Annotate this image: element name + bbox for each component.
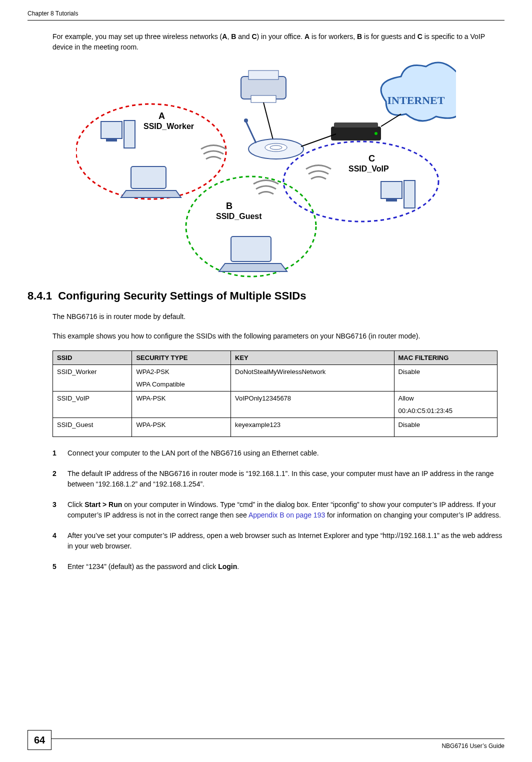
page-footer: 64 NBG6716 User’s Guide: [0, 738, 532, 750]
zone-a-ssid: SSID_Worker: [144, 122, 194, 130]
svg-rect-15: [106, 138, 117, 142]
svg-rect-22: [231, 236, 271, 262]
svg-line-11: [246, 122, 256, 143]
network-diagram: INTERNET A SSID_Worker: [76, 62, 456, 278]
list-item: 5 Enter “1234” (default) as the password…: [52, 562, 504, 572]
th-ssid: SSID: [53, 351, 132, 365]
zone-a-letter: A: [158, 111, 165, 121]
zone-b-ssid: SSID_Guest: [216, 212, 262, 220]
svg-rect-14: [101, 122, 122, 138]
table-row: SSID_Worker WPA2-PSKWPA Compatible DoNot…: [53, 365, 498, 392]
laptop-a-icon: [121, 166, 181, 198]
zone-c-letter: C: [368, 154, 375, 164]
svg-rect-20: [386, 198, 397, 202]
svg-point-2: [374, 132, 378, 135]
table-row: SSID_VoIP WPA-PSK VoIPOnly12345678 Allow…: [53, 392, 498, 418]
internet-cloud-icon: INTERNET: [381, 62, 456, 121]
svg-rect-16: [124, 120, 135, 148]
svg-rect-5: [248, 70, 278, 80]
router-icon: [244, 118, 304, 159]
header-left: Chapter 8 Tutorials: [28, 10, 78, 17]
th-mac: MAC FILTERING: [394, 351, 497, 365]
laptop-b-icon: [219, 236, 287, 272]
appendix-link[interactable]: Appendix B on page 193: [248, 511, 325, 519]
svg-marker-18: [121, 190, 181, 198]
wifi-a-icon: [201, 146, 226, 160]
ssid-config-table: SSID SECURITY TYPE KEY MAC FILTERING SSI…: [52, 350, 498, 437]
svg-rect-21: [404, 180, 415, 208]
svg-marker-23: [219, 264, 287, 272]
svg-point-12: [244, 118, 248, 122]
svg-point-10: [270, 146, 282, 150]
intro-paragraph: For example, you may set up three wirele…: [52, 32, 504, 52]
paragraph-1: The NBG6716 is in router mode by default…: [52, 312, 504, 322]
desktop-a-icon: [101, 120, 135, 148]
svg-rect-17: [131, 166, 166, 188]
svg-line-13: [301, 134, 336, 146]
internet-label: INTERNET: [388, 94, 445, 106]
steps-list: 1 Connect your computer to the LAN port …: [52, 448, 504, 572]
table-row: SSID_Guest WPA-PSK keyexample123 Disable: [53, 418, 498, 437]
svg-rect-1: [334, 122, 378, 128]
zone-b-letter: B: [226, 201, 232, 211]
paragraph-2: This example shows you how to configure …: [52, 331, 504, 342]
th-key: KEY: [231, 351, 394, 365]
modem-icon: [331, 122, 381, 140]
printer-icon: [241, 70, 286, 102]
list-item: 1 Connect your computer to the LAN port …: [52, 448, 504, 458]
wifi-b-icon: [254, 180, 278, 194]
list-item: 2 The default IP address of the NBG6716 …: [52, 468, 504, 490]
svg-rect-19: [381, 182, 402, 198]
wifi-c-icon: [306, 166, 331, 180]
svg-line-3: [381, 114, 401, 126]
svg-rect-0: [331, 126, 381, 140]
svg-rect-6: [251, 96, 276, 102]
page-header: Chapter 8 Tutorials: [28, 10, 504, 20]
svg-line-7: [264, 102, 274, 142]
th-security: SECURITY TYPE: [132, 351, 231, 365]
list-item: 4 After you’ve set your computer’s IP ad…: [52, 530, 504, 552]
guide-name: NBG6716 User’s Guide: [442, 742, 504, 750]
page-number: 64: [28, 730, 52, 750]
desktop-c-icon: [381, 180, 415, 208]
zone-c-ssid: SSID_VoIP: [348, 164, 389, 173]
section-heading: 8.4.1 Configuring Security Settings of M…: [28, 290, 504, 302]
list-item: 3 Click Start > Run on your computer in …: [52, 500, 504, 520]
